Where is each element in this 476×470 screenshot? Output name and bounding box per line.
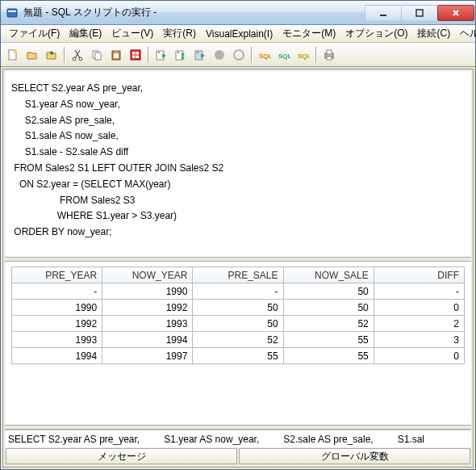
- toolbar-separator: [251, 47, 253, 63]
- svg-point-20: [197, 52, 198, 53]
- table-cell: 0: [374, 348, 464, 364]
- menu-edit[interactable]: 編集(E): [65, 25, 106, 42]
- menu-options[interactable]: オプション(O): [340, 25, 412, 42]
- tab-messages[interactable]: メッセージ: [6, 448, 237, 464]
- print-icon[interactable]: [320, 46, 338, 64]
- sql-editor[interactable]: SELECT S2.year AS pre_year, S1.year AS n…: [5, 71, 471, 257]
- sql3-icon[interactable]: SQL: [294, 46, 312, 64]
- table-row[interactable]: 1994199755550: [12, 348, 465, 364]
- svg-text:SQL: SQL: [278, 52, 290, 60]
- table-cell: 50: [193, 316, 283, 332]
- table-cell: 2: [374, 316, 464, 332]
- table-cell: 1994: [12, 348, 102, 364]
- svg-text:SQL: SQL: [259, 52, 271, 60]
- app-icon: [6, 6, 19, 19]
- window-controls: [365, 5, 474, 21]
- stopgrey-icon[interactable]: [230, 46, 248, 64]
- window: 無題 - SQL スクリプトの実行 - ファイル(F) 編集(E) ビュー(V)…: [0, 0, 476, 470]
- status-part: S2.sale AS pre_sale,: [283, 434, 373, 445]
- menu-file[interactable]: ファイル(F): [4, 25, 65, 42]
- sql1-icon[interactable]: SQL: [256, 46, 273, 64]
- runsel-icon[interactable]: [191, 46, 209, 64]
- new-icon[interactable]: [4, 46, 22, 64]
- status-line: SELECT S2.year AS pre_year, S1.year AS n…: [5, 430, 471, 447]
- status-part: SELECT S2.year AS pre_year,: [8, 434, 140, 445]
- table-cell: 1990: [102, 283, 193, 300]
- sql2-icon[interactable]: SQL: [275, 46, 293, 64]
- stop-icon[interactable]: [211, 46, 228, 64]
- svg-rect-28: [327, 57, 332, 60]
- svg-rect-27: [327, 50, 332, 54]
- toolbar-separator: [64, 47, 65, 63]
- svg-rect-3: [416, 10, 423, 16]
- menu-view[interactable]: ビュー(V): [106, 25, 158, 42]
- column-header[interactable]: NOW_SALE: [283, 267, 374, 283]
- status-part: S1.sal: [398, 434, 424, 445]
- tab-globals[interactable]: グローバル変数: [239, 448, 470, 464]
- table-cell: 1990: [12, 300, 102, 316]
- crossref-icon[interactable]: [127, 46, 144, 64]
- status-part: S1.year AS now_year,: [164, 434, 259, 445]
- table-cell: 1992: [102, 300, 193, 316]
- table-cell: 1992: [12, 316, 102, 332]
- svg-rect-0: [7, 9, 17, 17]
- results-grid: PRE_YEARNOW_YEARPRE_SALENOW_SALEDIFF -19…: [11, 266, 465, 364]
- table-cell: 1994: [102, 332, 193, 348]
- svg-rect-1: [8, 10, 16, 12]
- table-cell: 50: [193, 300, 283, 316]
- open-icon[interactable]: [23, 46, 41, 64]
- cut-icon[interactable]: [69, 46, 86, 64]
- window-title: 無題 - SQL スクリプトの実行 -: [23, 6, 365, 19]
- menu-visualexplain[interactable]: VisualExplain(I): [201, 27, 278, 41]
- svg-point-6: [73, 57, 76, 61]
- titlebar[interactable]: 無題 - SQL スクリプトの実行 -: [1, 1, 475, 25]
- column-header[interactable]: PRE_SALE: [193, 267, 283, 283]
- run-icon[interactable]: [152, 46, 170, 64]
- svg-rect-9: [95, 52, 101, 60]
- table-cell: -: [193, 283, 283, 300]
- svg-point-21: [215, 50, 224, 60]
- table-cell: 3: [374, 332, 464, 348]
- table-cell: 52: [193, 332, 283, 348]
- column-header[interactable]: PRE_YEAR: [12, 267, 102, 283]
- table-cell: 0: [374, 300, 464, 316]
- close-button[interactable]: [437, 5, 474, 21]
- table-row[interactable]: -1990-50-: [12, 283, 465, 300]
- table-cell: 55: [193, 348, 283, 364]
- table-cell: 50: [283, 300, 374, 316]
- menu-connect[interactable]: 接続(C): [412, 25, 455, 42]
- maximize-button[interactable]: [401, 5, 438, 21]
- menu-run[interactable]: 実行(R): [158, 25, 201, 42]
- column-header[interactable]: DIFF: [374, 267, 464, 283]
- results-pane[interactable]: PRE_YEARNOW_YEARPRE_SALENOW_SALEDIFF -19…: [5, 262, 471, 425]
- svg-point-5: [14, 49, 18, 53]
- table-row[interactable]: 1990199250500: [12, 300, 465, 316]
- content-area: SELECT S2.year AS pre_year, S1.year AS n…: [2, 69, 474, 468]
- toolbar-separator: [148, 47, 149, 63]
- save-icon[interactable]: [43, 46, 61, 64]
- toolbar-separator: [315, 47, 317, 63]
- toolbar: SQL SQL SQL: [1, 43, 475, 67]
- table-cell: 55: [283, 348, 374, 364]
- runall-icon[interactable]: [172, 46, 190, 64]
- svg-point-22: [234, 50, 244, 60]
- svg-rect-12: [115, 50, 118, 52]
- svg-point-16: [158, 52, 160, 53]
- paste-icon[interactable]: [107, 46, 125, 64]
- menu-monitor[interactable]: モニター(M): [278, 25, 340, 42]
- table-cell: 52: [283, 316, 374, 332]
- copy-icon[interactable]: [88, 46, 106, 64]
- table-cell: -: [374, 283, 464, 300]
- column-header[interactable]: NOW_YEAR: [102, 267, 193, 283]
- menubar: ファイル(F) 編集(E) ビュー(V) 実行(R) VisualExplain…: [1, 25, 475, 43]
- table-cell: 1997: [102, 348, 193, 364]
- content-inner: SELECT S2.year AS pre_year, S1.year AS n…: [3, 69, 473, 467]
- table-row[interactable]: 1992199350522: [12, 316, 465, 332]
- minimize-button[interactable]: [365, 5, 402, 21]
- table-cell: 1993: [12, 332, 102, 348]
- table-cell: 50: [283, 283, 374, 300]
- svg-text:SQL: SQL: [298, 52, 310, 60]
- menu-help[interactable]: ヘルプ(H): [455, 25, 476, 42]
- svg-rect-2: [380, 15, 386, 16]
- table-row[interactable]: 1993199452553: [12, 332, 465, 348]
